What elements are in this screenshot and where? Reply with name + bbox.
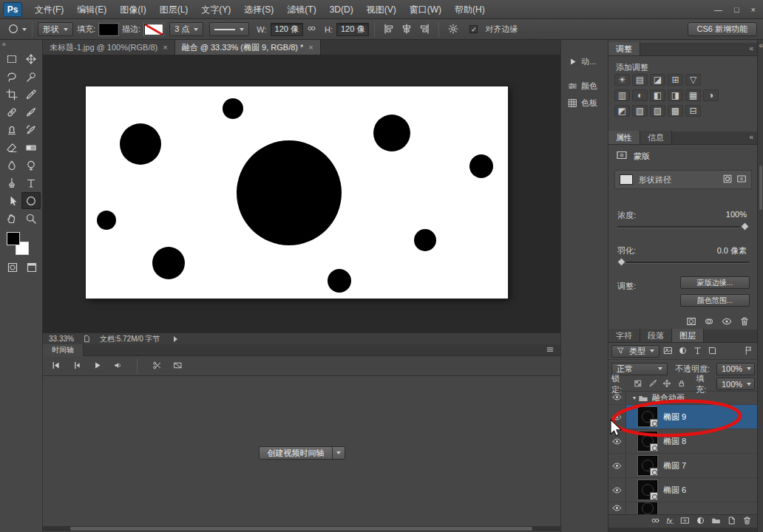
slider-handle[interactable] (740, 222, 750, 231)
history-brush-tool[interactable] (21, 121, 41, 138)
brightness-contrast-icon[interactable]: ☀ (614, 74, 630, 86)
menu-file[interactable]: 文件(F) (28, 0, 70, 19)
layer-visibility-toggle[interactable] (608, 392, 626, 403)
close-tab-icon[interactable]: × (308, 43, 313, 52)
eraser-tool[interactable] (2, 139, 21, 156)
document-tab-2[interactable]: 融合 @ 33.33% (椭圆 9, RGB/8) * × (175, 40, 321, 55)
path-selection-tool[interactable] (2, 192, 21, 209)
black-white-icon[interactable]: ◧ (650, 89, 665, 101)
geometry-options-button[interactable] (444, 22, 462, 37)
collapsed-panel-2[interactable]: 色板 (561, 95, 608, 112)
gradient-tool[interactable] (21, 139, 41, 156)
scrollbar-thumb[interactable] (70, 527, 532, 531)
mask-edge-button[interactable]: 蒙版边缘... (680, 276, 750, 289)
menu-window[interactable]: 窗口(W) (403, 0, 448, 19)
menu-help[interactable]: 帮助(H) (448, 0, 492, 19)
tab-layers[interactable]: 图层 (672, 329, 704, 342)
path-arrangement-button[interactable] (416, 22, 433, 37)
layer-thumbnail[interactable] (638, 432, 657, 451)
brush-tool[interactable] (21, 103, 41, 120)
transition-button[interactable] (171, 360, 184, 372)
filter-adjustment-button[interactable] (676, 346, 689, 357)
lock-transparency-button[interactable] (632, 378, 645, 389)
close-tab-icon[interactable]: × (163, 43, 167, 52)
tab-adjustments[interactable]: 调整 (608, 42, 640, 55)
zoom-level-field[interactable]: 33.33% (43, 335, 80, 343)
blur-tool[interactable] (2, 157, 21, 174)
screen-mode-button[interactable] (24, 262, 40, 275)
layer-visibility-toggle[interactable] (608, 478, 626, 502)
split-clip-button[interactable] (150, 360, 163, 372)
tool-mode-select[interactable]: 形状 (38, 22, 73, 36)
filter-toggle-button[interactable] (742, 346, 755, 357)
invert-icon[interactable]: ◩ (614, 105, 630, 117)
layer-thumbnail[interactable] (638, 456, 657, 475)
filter-shape-button[interactable] (706, 346, 719, 357)
layer-group-row[interactable]: 融合动画 (608, 392, 758, 405)
fill-swatch[interactable] (99, 24, 118, 35)
tab-timeline[interactable]: 时间轴 (43, 344, 84, 356)
density-slider[interactable] (617, 226, 749, 228)
delete-mask-icon[interactable] (739, 316, 750, 328)
quick-selection-tool[interactable] (21, 68, 41, 85)
opacity-select[interactable]: 100% (716, 363, 755, 375)
delete-layer-icon[interactable] (742, 516, 752, 527)
disable-mask-icon[interactable] (722, 316, 732, 328)
layer-visibility-toggle[interactable] (608, 405, 626, 429)
stroke-width-select[interactable]: 3 点 (169, 22, 203, 36)
expand-group-icon[interactable] (631, 395, 638, 400)
collapse-dock-icon[interactable] (759, 41, 763, 50)
canvas[interactable] (86, 86, 508, 299)
layer-row[interactable]: 椭圆 8 (608, 429, 758, 454)
stroke-type-select[interactable] (209, 22, 249, 36)
tool-preset-button[interactable] (4, 22, 22, 37)
lasso-tool[interactable] (2, 68, 21, 85)
link-dimensions-icon[interactable] (303, 22, 321, 37)
new-group-icon[interactable] (711, 516, 721, 527)
shape-height-field[interactable]: 120 像 (336, 23, 369, 36)
path-alignment-button[interactable] (398, 22, 416, 37)
menu-image[interactable]: 图像(I) (113, 0, 152, 19)
layer-thumbnail[interactable] (638, 502, 657, 514)
exposure-icon[interactable]: ⊞ (668, 74, 683, 86)
lock-pixels-button[interactable] (646, 378, 659, 389)
collapse-panel-icon[interactable] (749, 133, 753, 141)
shape-width-field[interactable]: 120 像 (271, 23, 303, 36)
link-layers-icon[interactable] (651, 516, 660, 527)
tab-character[interactable]: 字符 (608, 329, 640, 342)
layer-row-partial[interactable] (608, 502, 758, 514)
curves-icon[interactable]: ◪ (650, 74, 665, 86)
color-range-button[interactable]: 颜色范围... (680, 294, 750, 307)
document-tab-1[interactable]: 未标题-1.jpg @ 100%(RGB/8) × (43, 40, 175, 55)
stroke-swatch[interactable] (144, 24, 163, 35)
menu-type[interactable]: 文字(Y) (194, 0, 237, 19)
selective-color-icon[interactable]: ⊟ (685, 105, 701, 117)
photo-filter-icon[interactable]: ◨ (668, 89, 683, 101)
color-lookup-icon[interactable]: ◑ (703, 89, 719, 101)
apply-mask-icon[interactable] (704, 316, 714, 328)
load-selection-icon[interactable] (686, 316, 696, 328)
levels-icon[interactable]: ▤ (632, 74, 648, 86)
menu-filter[interactable]: 滤镜(T) (280, 0, 322, 19)
status-flyout-icon[interactable] (174, 336, 177, 342)
layer-styles-button[interactable]: fx. (666, 517, 674, 525)
panel-menu-icon[interactable] (546, 345, 555, 355)
hand-tool[interactable] (2, 210, 21, 227)
layer-row[interactable]: 椭圆 9 (608, 405, 758, 429)
menu-edit[interactable]: 编辑(E) (70, 0, 113, 19)
crop-tool[interactable] (2, 86, 21, 103)
vibrance-icon[interactable]: ▽ (685, 74, 701, 86)
collapsed-panel-0[interactable]: 动... (561, 53, 608, 70)
posterize-icon[interactable]: ▧ (632, 105, 648, 117)
filter-type-select[interactable]: 类型 (611, 345, 659, 358)
menu-view[interactable]: 视图(V) (360, 0, 403, 19)
lock-position-button[interactable] (661, 378, 674, 389)
move-tool[interactable] (21, 50, 41, 67)
play-button[interactable] (90, 360, 104, 372)
dodge-tool[interactable] (21, 157, 41, 174)
timeline-type-select[interactable] (333, 446, 345, 460)
create-video-timeline-button[interactable]: 创建视频时间轴 (259, 446, 333, 460)
ellipse-tool[interactable] (21, 192, 41, 209)
pixel-mask-icon[interactable] (736, 174, 747, 185)
filter-pixel-button[interactable] (662, 346, 674, 357)
